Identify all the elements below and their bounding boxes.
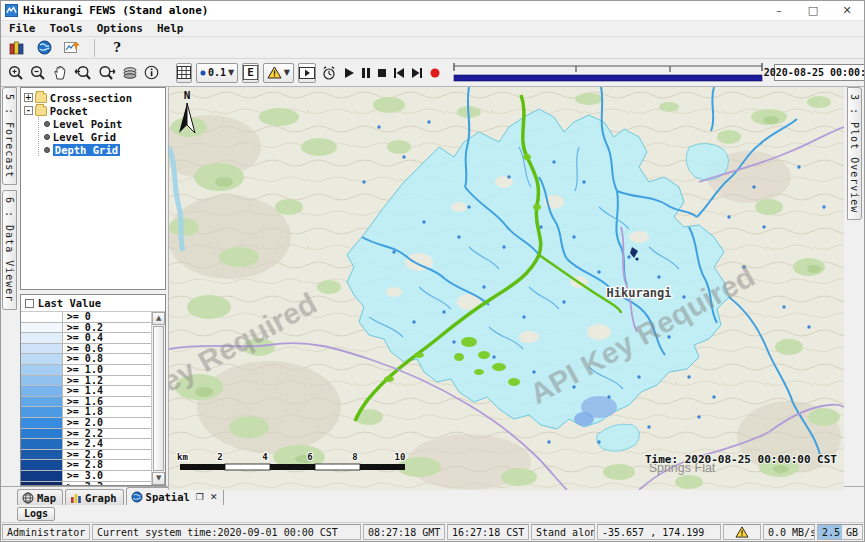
label-threshold-value: 0.1 <box>208 67 226 78</box>
menu-file[interactable]: File <box>9 22 36 35</box>
legend-row-label: >= 2.8 <box>63 460 103 470</box>
legend-row-label: >= 3.0 <box>63 471 103 481</box>
grid-icon <box>177 66 191 79</box>
legend-row[interactable]: >= 3.2 <box>21 482 151 486</box>
layers-icon <box>122 66 138 80</box>
scale-tick: 10 <box>395 452 406 462</box>
right-tab-strip: 3 : Plot Overview <box>843 87 864 486</box>
timeline-slider[interactable] <box>452 62 764 84</box>
movie-icon <box>299 67 315 79</box>
left-tab-strip: 5 : Forecast 6 : Data Viewer <box>1 87 18 486</box>
legend-row[interactable]: >= 2.0 <box>21 418 151 429</box>
legend-color-swatch <box>21 439 63 449</box>
north-arrow-label: N <box>184 89 191 102</box>
legend-row-label: >= 1.2 <box>63 376 103 386</box>
tab-forecast[interactable]: 5 : Forecast <box>2 87 17 185</box>
legend-color-swatch <box>21 376 63 386</box>
legend-row[interactable]: >= 3.0 <box>21 471 151 482</box>
step-backward-button[interactable] <box>392 63 406 83</box>
tab-map[interactable]: Map <box>17 489 63 505</box>
zoom-in-icon <box>8 65 24 81</box>
legend-row-label: >= 0.6 <box>63 344 103 354</box>
tab-data-viewer[interactable]: 6 : Data Viewer <box>2 190 17 309</box>
menu-options[interactable]: Options <box>97 22 143 35</box>
database-button[interactable] <box>6 38 26 58</box>
animation-export-button[interactable] <box>298 63 316 83</box>
warnings-dropdown[interactable]: ▼ <box>263 63 294 83</box>
logs-row: Logs <box>1 505 864 522</box>
minimize-button[interactable]: – <box>762 1 796 20</box>
animation-settings-button[interactable] <box>320 63 338 83</box>
status-bar: Administrator Current system time:2020-0… <box>1 522 864 541</box>
info-button[interactable] <box>143 63 160 83</box>
menu-bar: File Tools Options Help <box>1 21 864 37</box>
layer-bullet-icon <box>44 134 50 140</box>
legend-row[interactable]: >= 0 <box>21 312 151 323</box>
expand-icon[interactable]: + <box>24 93 33 102</box>
tree-item-label-selected: Depth Grid <box>53 144 120 156</box>
status-local-time: 16:27:18 CST <box>447 524 529 540</box>
app-logo-icon <box>5 4 18 17</box>
zoom-next-button[interactable] <box>97 63 117 83</box>
scroll-down-icon[interactable]: ▼ <box>152 472 165 485</box>
status-warning[interactable] <box>723 524 761 540</box>
wire-globe-icon <box>22 492 34 504</box>
zoom-in-button[interactable] <box>7 63 25 83</box>
pan-button[interactable] <box>51 63 69 83</box>
step-forward-icon <box>411 67 423 79</box>
legend-scrollbar[interactable]: ▲ ▼ <box>151 312 165 485</box>
chevron-down-icon: ▼ <box>284 68 290 77</box>
scale-tick: 8 <box>353 452 358 462</box>
play-button[interactable] <box>342 63 356 83</box>
step-forward-button[interactable] <box>410 63 424 83</box>
close-button[interactable]: ✕ <box>830 1 864 20</box>
timeseries-dialog-button[interactable] <box>62 38 82 58</box>
map-display-button[interactable] <box>34 38 54 58</box>
legend-color-swatch <box>21 354 63 364</box>
tree-item-pocket[interactable]: - Pocket <box>24 104 165 117</box>
classification-button[interactable]: E <box>242 63 259 83</box>
logs-button[interactable]: Logs <box>17 507 55 521</box>
maximize-button[interactable]: □ <box>796 1 830 20</box>
tab-map-label: Map <box>37 492 56 504</box>
play-icon <box>343 67 355 79</box>
map-view[interactable]: N Hikurangi Springs Flat Time: 2020-08-2… <box>168 87 843 490</box>
menu-help[interactable]: Help <box>157 22 184 35</box>
collapse-icon[interactable]: - <box>24 106 33 115</box>
database-icon <box>9 41 24 55</box>
tree-item-cross-section[interactable]: + Cross-section <box>24 91 165 104</box>
layers-button[interactable] <box>121 63 139 83</box>
status-user: Administrator <box>2 524 90 540</box>
tab-graph[interactable]: Graph <box>65 489 124 505</box>
record-icon <box>429 67 441 79</box>
tab-plot-overview[interactable]: 3 : Plot Overview <box>847 87 862 220</box>
zoom-out-button[interactable] <box>29 63 47 83</box>
status-download-speed: 0.0 MB/s <box>763 524 815 540</box>
tab-restore-icon[interactable]: ❐ <box>196 492 204 502</box>
scrollbar-thumb[interactable] <box>153 326 164 471</box>
help-button[interactable]: ? <box>107 38 127 58</box>
menu-tools[interactable]: Tools <box>50 22 83 35</box>
zoom-previous-icon <box>74 65 92 81</box>
status-memory: 2.5 GB <box>817 524 863 540</box>
legend-row[interactable]: >= 1.0 <box>21 365 151 376</box>
tree-item-depth-grid[interactable]: Depth Grid <box>39 143 165 156</box>
scroll-up-icon[interactable]: ▲ <box>152 312 165 325</box>
zoom-previous-button[interactable] <box>73 63 93 83</box>
label-threshold-dropdown[interactable]: 0.1 ▼ <box>196 63 238 83</box>
tab-close-icon[interactable]: ✕ <box>210 492 218 502</box>
last-value-checkbox[interactable] <box>25 299 34 308</box>
tree-item-label: Level Point <box>53 118 123 130</box>
globe-icon <box>37 40 52 55</box>
pause-button[interactable] <box>360 63 372 83</box>
toolbar-separator <box>94 39 95 57</box>
record-button[interactable] <box>428 63 442 83</box>
folder-icon <box>35 106 47 116</box>
tree-item-level-point[interactable]: Level Point <box>39 117 165 130</box>
legend-color-swatch <box>21 460 63 470</box>
tree-item-level-grid[interactable]: Level Grid <box>39 130 165 143</box>
grid-display-button[interactable] <box>176 63 192 83</box>
legend-row-label: >= 2.4 <box>63 439 103 449</box>
stop-button[interactable] <box>376 63 388 83</box>
scale-tick: 6 <box>308 452 313 462</box>
